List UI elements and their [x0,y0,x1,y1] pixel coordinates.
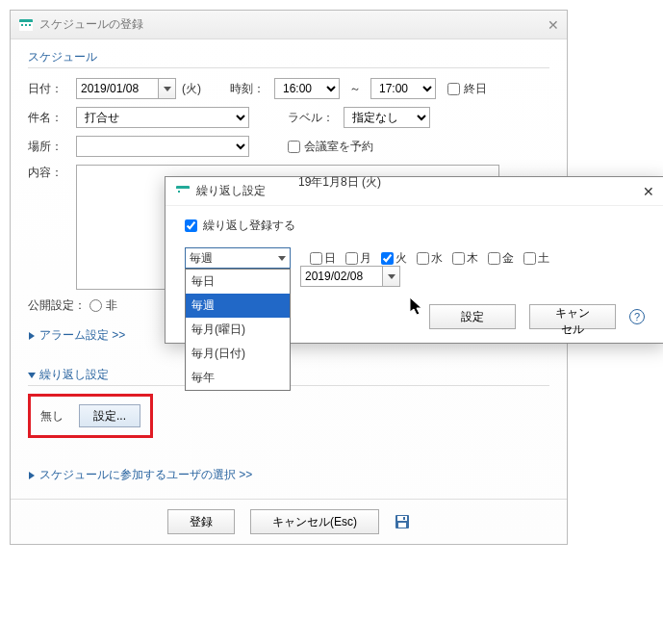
day-of-week: (火) [182,81,201,97]
label-location: 場所： [28,139,76,155]
time-start-select[interactable]: 16:00 [274,78,340,99]
chevron-right-icon [28,472,36,479]
allday-checkbox-wrap[interactable]: 終日 [447,81,487,97]
repeat-none-label: 無し [40,408,64,425]
time-end-select[interactable]: 17:00 [370,78,436,99]
repeat-start-text: 19年1月8日 (火) [298,174,645,191]
chevron-right-icon [28,332,36,340]
visibility-option: 非 [106,297,117,314]
schedule-register-window: スケジュールの登録 ✕ スケジュール 日付： (火) 時刻： 16:00 ～ 1… [10,10,568,545]
freq-option-daily[interactable]: 毎日 [186,270,290,294]
participants-link-label: スケジュールに参加するユーザの選択 >> [39,467,252,483]
frequency-select[interactable]: 毎週 毎日 毎週 毎月(曜日) 毎月(日付) 毎年 [185,247,291,269]
freq-option-weekly[interactable]: 毎週 [186,294,290,318]
enable-repeat-label: 繰り返し登録する [203,218,295,234]
subject-select[interactable]: 打合せ [76,107,249,128]
register-button[interactable]: 登録 [167,509,235,534]
titlebar: スケジュールの登録 ✕ [11,11,567,39]
dropdown-icon [278,254,286,262]
label-visibility: 公開設定： [28,297,89,314]
repeat-section-label: 繰り返し設定 [39,367,109,383]
visibility-radio[interactable] [89,299,102,312]
modal-close-icon[interactable]: ✕ [643,184,654,199]
dropdown-icon[interactable] [159,78,176,99]
svg-rect-11 [398,523,406,528]
svg-rect-12 [403,517,405,520]
save-icon[interactable] [395,514,410,529]
day-wed[interactable]: 水 [417,250,443,267]
svg-marker-6 [29,332,35,340]
svg-rect-3 [25,24,27,26]
day-mon[interactable]: 月 [345,250,371,267]
svg-marker-17 [388,274,395,279]
modal-cancel-button[interactable]: キャンセル [529,304,616,329]
weekday-checkbox-row: 日 月 火 水 木 金 土 [310,250,549,267]
labelfield-select[interactable]: 指定なし [344,107,430,128]
reserve-room-label: 会議室を予約 [304,139,373,155]
day-sat[interactable]: 土 [523,250,549,267]
frequency-dropdown-list: 毎日 毎週 毎月(曜日) 毎月(日付) 毎年 [185,269,291,391]
calendar-icon [18,17,34,33]
repeat-settings-modal: 繰り返し設定 ✕ 繰り返し登録する 毎週 毎日 毎週 毎月(曜日) [165,176,663,344]
svg-rect-15 [178,191,180,193]
visibility-radio-wrap[interactable]: 非 [89,297,117,314]
allday-checkbox[interactable] [447,83,460,95]
cancel-button[interactable]: キャンセル(Esc) [250,509,379,534]
svg-marker-8 [29,472,35,479]
svg-rect-1 [19,22,33,31]
label-date: 日付： [28,81,76,97]
svg-marker-7 [28,373,36,378]
day-thu[interactable]: 木 [452,250,478,267]
svg-rect-14 [176,189,190,197]
freq-option-monthly-weekday[interactable]: 毎月(曜日) [186,318,290,342]
modal-ok-button[interactable]: 設定 [429,304,516,329]
reserve-room-wrap[interactable]: 会議室を予約 [288,139,373,155]
label-subject: 件名： [28,110,76,126]
location-select[interactable] [76,136,249,157]
participants-link[interactable]: スケジュールに参加するユーザの選択 >> [28,467,549,483]
footer: 登録 キャンセル(Esc) [11,499,567,544]
close-icon[interactable]: ✕ [548,17,559,33]
label-content: 内容： [28,165,76,181]
enable-repeat-wrap[interactable]: 繰り返し登録する [185,218,645,234]
label-time: 時刻： [230,81,265,97]
reserve-room-checkbox[interactable] [288,141,300,153]
alarm-settings-link-label: アラーム設定 >> [39,327,125,344]
repeat-until-row [300,266,645,287]
repeat-box: 無し 設定... [28,394,153,438]
svg-marker-16 [278,256,286,261]
open-repeat-settings-button[interactable]: 設定... [79,404,140,427]
allday-label: 終日 [464,81,487,97]
range-separator: ～ [349,81,361,97]
freq-option-monthly-date[interactable]: 毎月(日付) [186,342,290,366]
day-tue[interactable]: 火 [381,250,407,267]
section-title-schedule: スケジュール [28,49,549,68]
chevron-down-icon [28,372,36,379]
dropdown-icon[interactable] [383,266,400,287]
date-picker[interactable] [76,78,176,99]
window-title: スケジュールの登録 [39,16,143,33]
svg-rect-4 [29,24,31,26]
label-labelfield: ラベル： [288,110,334,126]
until-date-input[interactable] [300,266,383,287]
freq-option-yearly[interactable]: 毎年 [186,366,290,390]
modal-title: 繰り返し設定 [196,183,266,199]
date-input[interactable] [76,78,159,99]
frequency-selected: 毎週 [190,250,213,267]
day-sun[interactable]: 日 [310,250,336,267]
svg-marker-5 [164,87,171,91]
svg-rect-2 [21,24,23,26]
svg-rect-10 [397,516,407,521]
help-icon[interactable]: ? [629,309,645,324]
enable-repeat-checkbox[interactable] [185,219,197,232]
until-date-picker[interactable] [300,266,400,287]
day-fri[interactable]: 金 [488,250,514,267]
calendar-icon [175,184,191,199]
